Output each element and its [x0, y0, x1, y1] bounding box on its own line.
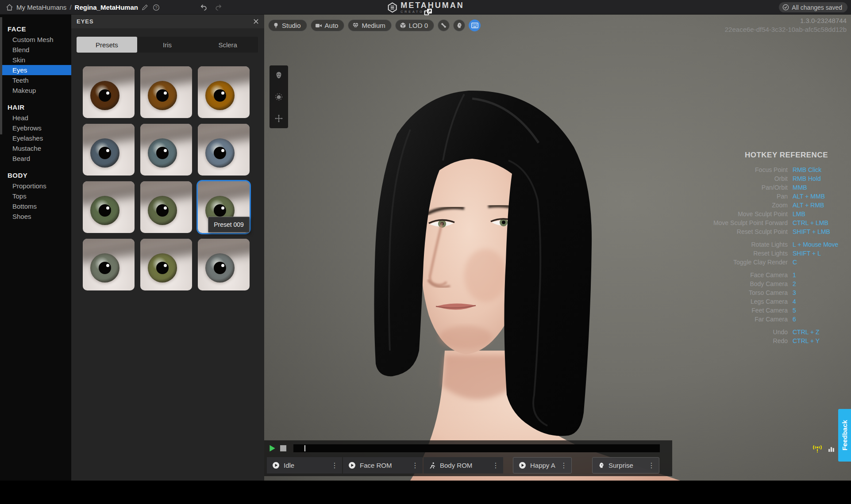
eyes-panel-title: EYES — [77, 18, 94, 25]
toolbar-medium-button[interactable]: Medium — [348, 19, 391, 31]
help-icon[interactable]: ? — [152, 4, 160, 11]
hotkey-group: Face Camera 1 Body Camera 2 Torso Camera… — [699, 271, 845, 324]
hotkey-key: RMB Hold — [793, 174, 845, 183]
rename-pencil-icon[interactable] — [141, 4, 149, 11]
sidebar-item-teeth[interactable]: Teeth — [0, 75, 71, 85]
sidebar: FACE Custom MeshBlendSkinEyesTeethMakeup… — [0, 15, 71, 481]
skull-icon — [456, 22, 462, 29]
timeline-playhead[interactable] — [304, 445, 305, 451]
feedback-tab[interactable]: Feedback — [838, 409, 851, 462]
toolbar-skull-toggle[interactable] — [453, 19, 465, 31]
clip-happy-a[interactable]: Happy A ⋮ — [513, 457, 572, 473]
hotkey-label: Reset Sculpt Point — [699, 227, 788, 236]
sidebar-item-beard[interactable]: Beard — [0, 153, 71, 164]
toolbar-keyboard-toggle[interactable] — [469, 19, 481, 31]
clip-options-kebab-icon[interactable]: ⋮ — [558, 461, 570, 470]
feedback-label: Feedback — [841, 420, 848, 451]
eye-preset-10[interactable] — [83, 239, 135, 290]
sidebar-scrollbar[interactable] — [0, 17, 2, 134]
hotkey-group: Undo CTRL + Z Redo CTRL + Y — [699, 328, 845, 345]
svg-text:?: ? — [155, 5, 157, 10]
redo-icon[interactable] — [215, 4, 222, 11]
toolbar-auto-button[interactable]: Auto — [311, 19, 345, 31]
clip-options-kebab-icon[interactable]: ⋮ — [329, 461, 340, 470]
clip-options-kebab-icon[interactable]: ⋮ — [409, 461, 421, 470]
cube-icon — [400, 22, 406, 29]
undo-icon[interactable] — [200, 4, 208, 11]
home-icon[interactable] — [5, 4, 13, 11]
build-info: 1.3.0-23248744 22eace6e-df54-3c32-10ab-a… — [725, 16, 847, 34]
hotkey-row: Body Camera 2 — [699, 279, 845, 288]
eye-preset-3[interactable] — [198, 66, 250, 118]
toolbar-lod-0-button[interactable]: LOD 0 — [395, 19, 434, 31]
eye-preset-5[interactable] — [140, 124, 192, 176]
clip-face-rom[interactable]: Face ROM ⋮ — [343, 457, 423, 473]
hotkey-label: Redo — [699, 336, 788, 345]
eye-preset-4[interactable] — [83, 124, 135, 176]
eye-preset-7[interactable] — [83, 181, 135, 233]
hotkey-row: Pan ALT + MMB — [699, 192, 845, 201]
hotkey-label: Reset Lights — [699, 249, 788, 258]
clip-surprise[interactable]: Surprise ⋮ — [592, 457, 659, 473]
sidebar-item-eyelashes[interactable]: Eyelashes — [0, 133, 71, 143]
clip-options-kebab-icon[interactable]: ⋮ — [490, 461, 501, 470]
hotkey-label: Zoom — [699, 201, 788, 210]
eyes-panel-tabs: Presets Iris Sclera — [77, 37, 258, 53]
sidebar-item-shoes[interactable]: Shoes — [0, 211, 71, 221]
sidebar-item-bottoms[interactable]: Bottoms — [0, 201, 71, 211]
sidebar-item-skin[interactable]: Skin — [0, 55, 71, 65]
clip-options-kebab-icon[interactable]: ⋮ — [646, 461, 657, 470]
play-button[interactable] — [268, 444, 276, 452]
hotkey-row: Undo CTRL + Z — [699, 328, 845, 336]
tab-presets[interactable]: Presets — [77, 37, 137, 53]
sidebar-section-title: FACE — [0, 25, 71, 34]
eye-preset-12[interactable] — [198, 239, 250, 290]
eyes-panel-header: EYES — [71, 15, 264, 28]
tab-iris[interactable]: Iris — [137, 37, 198, 53]
viewport-3d[interactable]: Studio Auto Medium LOD 0 1.3.0-23248744 … — [264, 15, 851, 481]
toolbar-button-label: Medium — [362, 22, 385, 29]
bottom-bar — [0, 481, 851, 504]
sidebar-item-makeup[interactable]: Makeup — [0, 85, 71, 95]
stop-button[interactable] — [280, 445, 286, 451]
eye-preset-11[interactable] — [140, 239, 192, 290]
timeline-scrubber[interactable] — [293, 444, 660, 452]
eye-preset-1[interactable] — [83, 66, 135, 118]
sidebar-item-custom-mesh[interactable]: Custom Mesh — [0, 34, 71, 45]
clip-label: Body ROM — [440, 462, 490, 469]
sidebar-item-eyebrows[interactable]: Eyebrows — [0, 123, 71, 133]
hotkey-row: Feet Camera 5 — [699, 306, 845, 315]
face-icon[interactable] — [275, 71, 283, 79]
close-icon[interactable] — [252, 18, 260, 25]
breadcrumb-current: Regina_MetaHuman — [75, 4, 138, 11]
sidebar-item-mustache[interactable]: Mustache — [0, 143, 71, 153]
hotkey-key: RMB Click — [793, 165, 845, 174]
hotkey-label: Feet Camera — [699, 306, 788, 315]
thumb-pupil — [156, 204, 169, 217]
sidebar-item-head[interactable]: Head — [0, 113, 71, 123]
eye-preset-6[interactable] — [198, 124, 250, 176]
clip-body-rom[interactable]: Body ROM ⋮ — [424, 457, 503, 473]
sidebar-item-blend[interactable]: Blend — [0, 45, 71, 55]
thumb-iris — [205, 81, 235, 110]
toolbar-button-label: LOD 0 — [409, 22, 428, 29]
eye-preset-2[interactable] — [140, 66, 192, 118]
move-icon[interactable] — [275, 115, 283, 122]
tab-sclera[interactable]: Sclera — [197, 37, 258, 53]
toolbar-bone-toggle[interactable] — [438, 19, 450, 31]
sculpt-icon[interactable] — [275, 93, 283, 101]
hotkey-key: 2 — [793, 279, 845, 288]
hotkey-label: Legs Camera — [699, 297, 788, 306]
breadcrumb-root[interactable]: My MetaHumans — [16, 4, 66, 11]
hotkey-key: SHIFT + LMB — [793, 227, 845, 236]
sidebar-item-tops[interactable]: Tops — [0, 191, 71, 201]
sidebar-item-eyes[interactable]: Eyes — [0, 65, 71, 75]
toolbar-studio-button[interactable]: Studio — [268, 19, 307, 31]
stats-bars-icon[interactable] — [828, 445, 835, 452]
sidebar-item-proportions[interactable]: Proportions — [0, 181, 71, 191]
hotkey-row: Move Sculpt Point Forward CTRL + LMB — [699, 218, 845, 227]
eye-preset-8[interactable] — [140, 181, 192, 233]
thumb-iris — [90, 81, 119, 110]
thumb-pupil — [99, 262, 111, 274]
clip-idle[interactable]: Idle ⋮ — [267, 457, 342, 473]
